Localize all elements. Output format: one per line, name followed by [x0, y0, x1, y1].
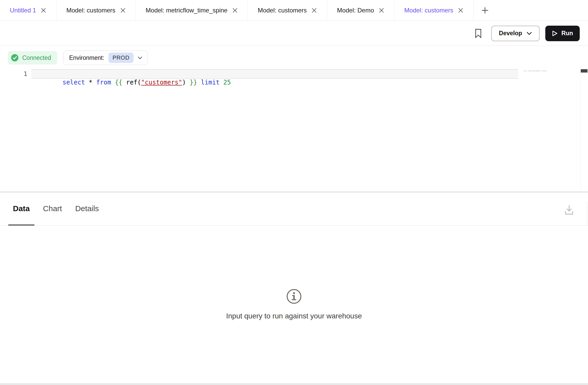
code-token: * [85, 79, 96, 86]
tab-label: Model: Demo [337, 7, 374, 14]
code-token [197, 79, 201, 86]
code-token: "customers" [141, 79, 182, 86]
code-token: {{ [115, 79, 122, 86]
empty-state-message: Input query to run against your warehous… [226, 312, 362, 320]
code-token: 25 [223, 79, 231, 86]
code-token: limit [201, 79, 219, 86]
develop-dropdown-button[interactable]: Develop [491, 26, 540, 41]
run-label: Run [561, 30, 573, 37]
close-icon[interactable] [311, 8, 317, 13]
close-icon[interactable] [120, 8, 126, 13]
minimap-divider [580, 66, 580, 191]
code-token: select [63, 79, 85, 86]
tab-label: Model: customers [404, 7, 453, 14]
plus-icon [481, 6, 489, 14]
bookmark-icon [475, 28, 482, 38]
download-icon [564, 204, 574, 215]
editor-toolbar: Develop Run [0, 21, 588, 46]
results-tab-label: Details [75, 204, 99, 213]
code-token: }} [190, 79, 197, 86]
develop-label: Develop [499, 30, 522, 37]
ide-window: Untitled 1 Model: customers [0, 0, 588, 385]
code-token: from [96, 79, 111, 86]
download-button[interactable] [564, 204, 574, 215]
minimap-code-line: select * from {{ ref("customers") }} lim… [519, 70, 528, 73]
check-circle-icon [11, 54, 19, 62]
environment-selector[interactable]: Environment: PROD [63, 51, 148, 65]
code-token: ) [182, 79, 186, 86]
code-token: ref( [122, 79, 141, 86]
environment-label: Environment: [69, 54, 104, 61]
editor-tab[interactable]: Model: customers [248, 0, 327, 21]
chevron-down-icon [527, 32, 532, 35]
results-tab[interactable]: Details [70, 193, 104, 226]
connection-status-label: Connected [22, 54, 51, 61]
code-token [220, 79, 223, 86]
close-icon[interactable] [41, 8, 46, 13]
new-tab-button[interactable] [474, 0, 496, 21]
results-tab-bar: Data Chart Details [0, 193, 588, 226]
tab-label: Model: metricflow_time_spine [146, 7, 227, 14]
tab-label: Untitled 1 [10, 7, 36, 14]
results-tab[interactable]: Data [8, 193, 34, 226]
close-icon[interactable] [379, 8, 384, 13]
status-row: Connected Environment: PROD [0, 46, 588, 66]
bottom-panel-edge [0, 383, 588, 385]
editor-tab[interactable]: Model: Demo [327, 0, 394, 21]
info-icon [286, 289, 302, 304]
environment-value-badge: PROD [108, 53, 134, 63]
bookmark-button[interactable] [475, 28, 482, 38]
results-tab-label: Chart [43, 204, 62, 213]
tab-label: Model: customers [66, 7, 115, 14]
chevron-down-icon [138, 56, 142, 59]
code-line[interactable]: select * from {{ ref("customers") }} lim… [31, 69, 518, 79]
editor-current-line: 1 select * from {{ ref("customers") }} l… [0, 69, 518, 79]
sql-editor[interactable]: 1 select * from {{ ref("customers") }} l… [0, 66, 588, 191]
editor-minimap[interactable]: select * from {{ ref("customers") }} lim… [519, 70, 579, 76]
editor-tab[interactable]: Model: customers [56, 0, 136, 21]
play-icon [552, 30, 558, 37]
code-token [186, 79, 189, 86]
editor-tab[interactable]: Model: metricflow_time_spine [136, 0, 248, 21]
results-empty-state: Input query to run against your warehous… [0, 226, 588, 383]
editor-tab[interactable]: Untitled 1 [0, 0, 56, 21]
run-button[interactable]: Run [545, 26, 580, 41]
editor-tab[interactable]: Model: customers [394, 0, 474, 21]
connection-status-badge: Connected [8, 51, 57, 65]
results-tab[interactable]: Chart [38, 193, 67, 226]
code-token [111, 79, 115, 86]
editor-scrollbar-thumb[interactable] [581, 69, 587, 73]
tab-label: Model: customers [258, 7, 307, 14]
line-number: 1 [0, 69, 31, 79]
editor-tab-bar: Untitled 1 Model: customers [0, 0, 588, 21]
close-icon[interactable] [458, 8, 464, 13]
close-icon[interactable] [232, 8, 238, 13]
results-tab-label: Data [13, 204, 30, 213]
